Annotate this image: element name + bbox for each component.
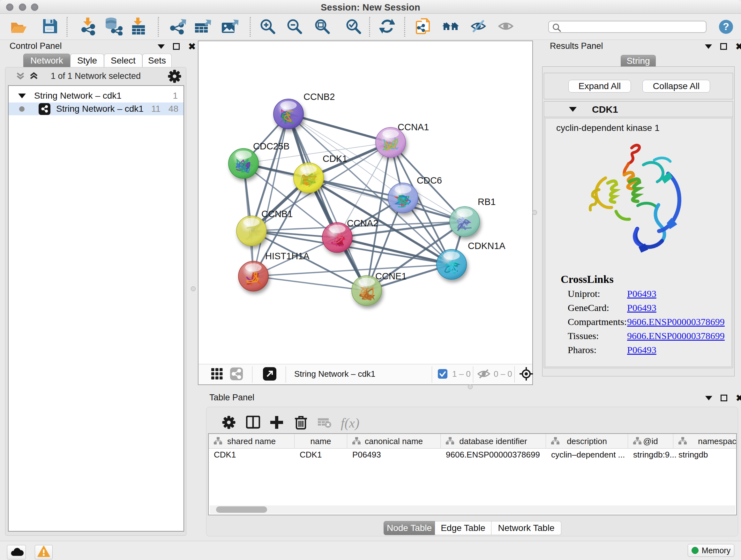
crosslink-link[interactable]: 9606.ENSP00000378699 xyxy=(627,330,725,341)
network-node[interactable] xyxy=(450,206,480,237)
network-node[interactable] xyxy=(239,261,268,291)
table-cell[interactable]: 9606.ENSP00000378699 xyxy=(441,449,546,461)
network-node[interactable] xyxy=(273,99,304,129)
float-panel-icon[interactable] xyxy=(721,395,727,401)
table-function-button[interactable]: f(x) xyxy=(341,415,359,431)
memory-button[interactable]: Memory xyxy=(688,544,734,557)
tab-string[interactable]: String xyxy=(621,55,656,67)
close-panel-icon[interactable]: ✖ xyxy=(735,43,741,50)
import-table-button[interactable] xyxy=(130,17,147,37)
gear-icon[interactable] xyxy=(167,69,182,84)
export-network-button[interactable] xyxy=(169,17,188,37)
table-settings-button[interactable] xyxy=(222,415,236,431)
tab-sets[interactable]: Sets xyxy=(142,54,172,67)
network-node[interactable] xyxy=(388,183,418,213)
export-table-button[interactable] xyxy=(194,18,213,36)
zoom-out-button[interactable] xyxy=(286,18,302,36)
collapse-caret-icon[interactable] xyxy=(18,94,26,98)
table-add-column-button[interactable] xyxy=(270,415,284,431)
crosslink-link[interactable]: P06493 xyxy=(627,302,657,313)
network-node[interactable] xyxy=(237,216,266,246)
current-network-dot-icon xyxy=(19,106,24,112)
results-panel-title: Results Panel xyxy=(550,41,603,51)
help-button[interactable]: ? xyxy=(719,19,733,36)
import-network-button[interactable] xyxy=(79,17,97,37)
float-panel-icon[interactable] xyxy=(720,43,727,50)
tab-node-table[interactable]: Node Table xyxy=(384,521,435,535)
collapse-caret-icon[interactable] xyxy=(569,107,577,112)
eye-slash-gray-icon[interactable] xyxy=(477,368,491,381)
tab-edge-table[interactable]: Edge Table xyxy=(435,521,491,535)
warnings-button[interactable] xyxy=(35,545,53,559)
apply-layout-button[interactable] xyxy=(380,18,395,36)
checkbox-icon[interactable] xyxy=(437,368,448,381)
table-cell[interactable]: P06493 xyxy=(347,449,441,461)
grid-icon[interactable] xyxy=(211,368,223,381)
export-image-button[interactable] xyxy=(220,18,240,36)
close-panel-icon[interactable]: ✖ xyxy=(736,395,741,401)
tab-style[interactable]: Style xyxy=(70,54,104,67)
network-edge-count: 48 xyxy=(169,104,179,114)
expand-all-button[interactable]: Expand All xyxy=(568,80,631,92)
crosslink-link[interactable]: P06493 xyxy=(627,288,657,299)
tab-network-table[interactable]: Network Table xyxy=(491,521,561,535)
tab-network[interactable]: Network xyxy=(23,54,70,67)
column-header-shared-name[interactable]: shared name xyxy=(209,434,294,449)
column-header-database-identifier[interactable]: database identifier xyxy=(441,434,546,449)
network-node[interactable] xyxy=(436,249,467,279)
clone-network-button[interactable] xyxy=(415,17,432,36)
birdseye-icon[interactable] xyxy=(519,367,534,382)
network-row[interactable]: String Network – cdk1 11 48 xyxy=(9,103,184,115)
show-all-button[interactable] xyxy=(498,20,514,34)
open-session-button[interactable] xyxy=(10,18,27,36)
table-delete-table-button[interactable] xyxy=(317,416,332,430)
column-header-name[interactable]: name xyxy=(294,434,347,449)
panel-menu-icon[interactable] xyxy=(705,44,712,49)
open-external-icon[interactable] xyxy=(263,367,277,382)
close-panel-icon[interactable]: ✖ xyxy=(188,43,196,50)
bottom-splitter-handle[interactable] xyxy=(468,384,473,389)
column-header-description[interactable]: description xyxy=(546,434,628,449)
network-collection-row[interactable]: String Network – cdk1 1 xyxy=(9,89,184,103)
zoom-selected-button[interactable] xyxy=(345,18,361,36)
network-graph[interactable]: CCNB2CCNA1CDC25BCDK1CDC6RB1CCNB1CCNA2CDK… xyxy=(199,41,532,364)
import-network-database-button[interactable] xyxy=(104,17,123,37)
horizontal-scrollbar[interactable] xyxy=(210,505,735,514)
panel-menu-icon[interactable] xyxy=(158,44,165,49)
tab-select[interactable]: Select xyxy=(104,54,142,67)
table-cell[interactable]: stringdb:9... xyxy=(628,449,673,461)
network-node[interactable] xyxy=(228,148,259,179)
cloud-button[interactable] xyxy=(7,545,26,559)
column-header-namespace[interactable]: namespace xyxy=(673,434,737,449)
cdk1-section-header[interactable]: CDK1 xyxy=(544,102,733,117)
search-input[interactable] xyxy=(564,22,704,32)
crosslink-link[interactable]: 9606.ENSP00000378699 xyxy=(627,316,725,327)
table-cell[interactable]: CDK1 xyxy=(294,449,347,461)
crosslink-link[interactable]: P06493 xyxy=(627,345,657,355)
network-edge[interactable] xyxy=(288,114,367,291)
hide-selected-button[interactable] xyxy=(470,20,486,34)
save-session-button[interactable] xyxy=(42,18,58,36)
network-node[interactable] xyxy=(293,163,324,193)
scrollbar-thumb[interactable] xyxy=(216,506,267,513)
network-tree: String Network – cdk1 1 String Network –… xyxy=(8,85,184,532)
right-splitter-handle[interactable] xyxy=(532,210,537,215)
table-cell[interactable]: CDK1 xyxy=(209,449,294,461)
table-cell[interactable]: cyclin–dependent ... xyxy=(546,449,628,461)
panel-menu-icon[interactable] xyxy=(705,396,712,400)
column-header--id[interactable]: @id xyxy=(628,434,673,449)
network-view[interactable]: CCNB2CCNA1CDC25BCDK1CDC6RB1CCNB1CCNA2CDK… xyxy=(198,41,533,385)
table-columns-button[interactable] xyxy=(246,416,260,430)
zoom-fit-button[interactable] xyxy=(314,18,330,36)
collapse-all-button[interactable]: Collapse All xyxy=(643,80,710,92)
column-header-canonical-name[interactable]: canonical name xyxy=(347,434,441,449)
search-box[interactable] xyxy=(548,21,706,33)
network-edge[interactable] xyxy=(253,276,367,291)
left-splitter-handle[interactable] xyxy=(191,287,196,291)
share-gray-icon[interactable] xyxy=(230,367,243,382)
table-cell[interactable]: stringdb xyxy=(673,449,737,461)
float-panel-icon[interactable] xyxy=(173,43,180,50)
first-neighbors-button[interactable] xyxy=(442,19,460,35)
table-delete-column-button[interactable] xyxy=(294,415,308,431)
zoom-in-button[interactable] xyxy=(259,18,275,36)
